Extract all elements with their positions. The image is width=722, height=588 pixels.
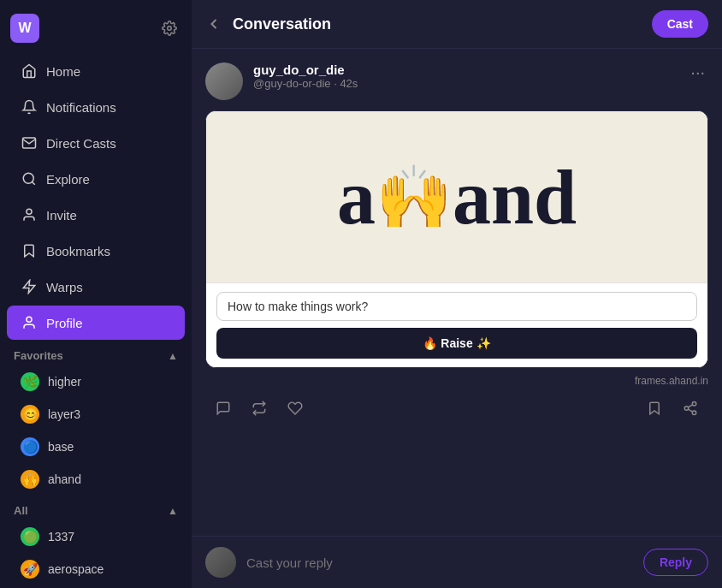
reply-input[interactable] bbox=[246, 555, 633, 570]
frame-hands-emoji: 🙌 bbox=[376, 161, 453, 234]
svg-line-10 bbox=[688, 405, 692, 407]
frame-card: a 🙌 and 🔥 Raise ✨ bbox=[205, 110, 708, 368]
message-icon bbox=[21, 134, 38, 151]
post-user-info: guy_do_or_die @guy-do-or-die · 42s bbox=[253, 62, 677, 90]
post-actions bbox=[205, 387, 708, 430]
all-label: All bbox=[14, 504, 28, 517]
all-item-label: 1337 bbox=[48, 530, 74, 543]
sidebar-item-label: Explore bbox=[46, 172, 90, 187]
settings-icon[interactable] bbox=[157, 16, 181, 40]
ahand-avatar: 🙌 bbox=[21, 470, 39, 489]
sidebar-item-bookmarks[interactable]: Bookmarks bbox=[7, 234, 185, 268]
svg-point-7 bbox=[684, 407, 689, 411]
sidebar-item-label: Bookmarks bbox=[46, 244, 110, 258]
cast-button[interactable]: Cast bbox=[652, 10, 708, 38]
bookmark-icon bbox=[21, 242, 38, 259]
sidebar-item-ahand[interactable]: 🙌 ahand bbox=[7, 464, 185, 495]
reply-button[interactable]: Reply bbox=[643, 549, 708, 576]
user-plus-icon bbox=[21, 206, 38, 223]
favorites-section-header: Favorites ▲ bbox=[0, 341, 192, 365]
1337-avatar: 🟢 bbox=[21, 527, 39, 546]
favorite-label: ahand bbox=[48, 472, 81, 486]
favorites-label: Favorites bbox=[14, 349, 63, 362]
sidebar-item-label: Home bbox=[46, 64, 80, 79]
svg-point-5 bbox=[27, 317, 32, 322]
bell-icon bbox=[21, 98, 38, 116]
sidebar-item-home[interactable]: Home bbox=[7, 54, 185, 88]
recast-button[interactable] bbox=[241, 394, 277, 423]
sidebar-item-label: Profile bbox=[46, 316, 83, 330]
compass-icon bbox=[21, 170, 38, 187]
sidebar-item-explore[interactable]: Explore bbox=[7, 162, 185, 196]
like-button[interactable] bbox=[277, 394, 313, 423]
svg-point-0 bbox=[168, 27, 172, 31]
sidebar-item-notifications[interactable]: Notifications bbox=[7, 90, 185, 124]
all-section-header: All ▲ bbox=[0, 496, 192, 520]
favorite-label: higher bbox=[48, 375, 81, 389]
svg-line-9 bbox=[688, 409, 692, 412]
svg-line-2 bbox=[32, 181, 34, 184]
comment-button[interactable] bbox=[205, 394, 241, 423]
sidebar-item-label: Warps bbox=[46, 280, 83, 294]
frame-text-input[interactable] bbox=[216, 292, 697, 321]
sidebar-item-direct-casts[interactable]: Direct Casts bbox=[7, 126, 185, 160]
frame-letter-a: a bbox=[337, 153, 376, 241]
aerospace-avatar: 🚀 bbox=[21, 560, 39, 579]
frame-image-content: a 🙌 and bbox=[206, 153, 707, 241]
higher-avatar: 🌿 bbox=[21, 372, 39, 391]
post-header: guy_do_or_die @guy-do-or-die · 42s ··· bbox=[205, 62, 708, 100]
reply-avatar bbox=[205, 547, 236, 578]
frame-raise-button[interactable]: 🔥 Raise ✨ bbox=[216, 328, 697, 359]
post-time: 42s bbox=[340, 77, 358, 90]
base-avatar: 🔵 bbox=[21, 437, 39, 456]
frame-source: frames.ahand.in bbox=[205, 371, 708, 387]
sidebar-item-label: Invite bbox=[46, 208, 77, 223]
sidebar-item-profile[interactable]: Profile bbox=[7, 306, 185, 340]
all-item-label: aerospace bbox=[48, 562, 104, 576]
favorites-collapse-icon[interactable]: ▲ bbox=[168, 350, 178, 362]
post-handle-time: @guy-do-or-die · 42s bbox=[253, 77, 677, 90]
sidebar: W Home Notifications Direct Casts Explor… bbox=[0, 0, 192, 588]
sidebar-header: W bbox=[0, 10, 192, 53]
sidebar-item-higher[interactable]: 🌿 higher bbox=[7, 366, 185, 397]
sidebar-item-base[interactable]: 🔵 base bbox=[7, 431, 185, 462]
all-collapse-icon[interactable]: ▲ bbox=[168, 505, 178, 517]
layer3-avatar: 😊 bbox=[21, 405, 39, 424]
frame-image: a 🙌 and bbox=[206, 111, 707, 282]
back-button[interactable] bbox=[205, 15, 222, 33]
frame-word-and: and bbox=[453, 153, 577, 241]
sidebar-item-label: Direct Casts bbox=[46, 136, 116, 151]
bookmark-button[interactable] bbox=[636, 394, 672, 423]
post-area: guy_do_or_die @guy-do-or-die · 42s ··· a… bbox=[192, 49, 722, 536]
zap-icon bbox=[21, 278, 38, 295]
svg-point-6 bbox=[692, 402, 696, 407]
sidebar-item-1337[interactable]: 🟢 1337 bbox=[7, 521, 185, 552]
conversation-header: Conversation Cast bbox=[192, 0, 722, 49]
post-username: guy_do_or_die bbox=[253, 62, 677, 77]
sidebar-item-warps[interactable]: Warps bbox=[7, 270, 185, 304]
favorite-label: base bbox=[48, 440, 74, 454]
sidebar-item-layer3[interactable]: 😊 layer3 bbox=[7, 399, 185, 430]
sidebar-item-invite[interactable]: Invite bbox=[7, 198, 185, 232]
svg-point-3 bbox=[27, 209, 32, 214]
share-button[interactable] bbox=[672, 394, 708, 423]
svg-marker-4 bbox=[23, 281, 35, 294]
profile-icon bbox=[21, 314, 38, 331]
conversation-title: Conversation bbox=[233, 15, 642, 33]
sidebar-item-label: Notifications bbox=[46, 100, 116, 115]
svg-point-8 bbox=[692, 411, 696, 415]
home-icon bbox=[21, 62, 38, 80]
favorite-label: layer3 bbox=[48, 407, 80, 421]
sidebar-item-aerospace[interactable]: 🚀 aerospace bbox=[7, 554, 185, 585]
sidebar-logo[interactable]: W bbox=[10, 14, 39, 43]
main-content: Conversation Cast guy_do_or_die @guy-do-… bbox=[192, 0, 722, 588]
post-more-button[interactable]: ··· bbox=[687, 62, 708, 82]
svg-point-1 bbox=[23, 173, 33, 183]
post-author-avatar bbox=[205, 62, 243, 100]
post-handle: @guy-do-or-die bbox=[253, 77, 331, 90]
frame-input-area: 🔥 Raise ✨ bbox=[206, 282, 707, 367]
reply-area: Reply bbox=[192, 536, 722, 588]
